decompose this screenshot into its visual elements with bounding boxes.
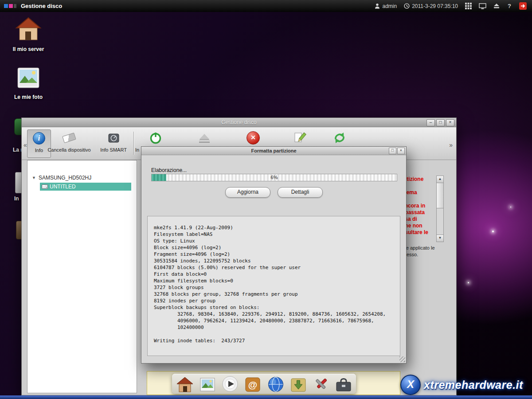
svg-text:@: @ [248,379,257,390]
progress-percentage: 6% [152,174,397,181]
dialog-titlebar[interactable]: Formatta partizione □ × [141,147,406,155]
edit-pencil-icon [293,131,306,145]
dialog-controls: □ × [389,148,405,154]
desktop-icon-my-server[interactable]: Il mio server [10,16,47,52]
eraser-icon [62,133,76,143]
aggiorna-button[interactable]: Aggiorna [225,187,270,198]
globe-icon [267,375,285,393]
dock: @ [176,372,353,393]
desktop-icon-label-fragment: In [14,196,19,202]
download-box-icon [290,376,307,393]
dock-mail-button[interactable]: @ [243,374,262,393]
dialog-maximize-button[interactable]: □ [389,148,396,154]
dock-tools-button[interactable] [312,374,330,393]
right-panel-scrollbar[interactable]: ▲ ▼ [436,176,444,242]
user-label: admin [382,3,397,9]
monitor-icon[interactable] [479,3,486,9]
scroll-down-icon[interactable]: ▼ [437,235,443,242]
topbar-right: admin 2011-3-29 07:35:10 ? [375,2,532,10]
desktop-icon-my-photos[interactable]: Le mie foto [10,65,47,100]
dock-photos-button[interactable] [198,374,217,393]
device-tree-panel: ▼ SAMSUNG_HD502HJ UNTITLED [27,160,137,393]
close-button[interactable]: × [446,119,454,126]
scroll-up-icon[interactable]: ▲ [437,176,443,183]
dialog-title: Formatta partizione [251,148,296,153]
dock-download-button[interactable] [289,374,308,393]
window-title: Gestione disco [221,119,256,125]
house-icon [15,16,42,43]
at-sign-icon: @ [244,376,261,393]
resize-grip[interactable] [399,356,405,362]
dettagli-button[interactable]: Dettagli [278,187,323,198]
sparkle [510,207,511,207]
tree-item-partition-selected[interactable]: UNTITLED [40,183,131,191]
photos-icon [15,65,42,91]
power-icon [149,131,162,145]
info-text-fragment: ere applicato le ccesso. [402,245,450,258]
toolbar-label: Info SMART [94,147,133,153]
format-partition-dialog: Formatta partizione □ × Elaborazione... … [141,146,407,364]
tree-partition-label: UNTITLED [50,184,76,190]
dock-browser-button[interactable] [266,374,285,393]
watermark-x-badge-icon: X [400,375,421,395]
clock-icon [404,3,410,9]
toolbar-erase-device-button[interactable]: Cancella dispositivo [45,129,94,157]
toolbar-separator [133,132,134,155]
brand-logo-icon [4,4,16,8]
tree-expander-icon[interactable]: ▼ [32,176,36,180]
eject-icon[interactable] [493,3,500,9]
desktop-icon-label: Il mio server [10,46,47,52]
window-controls: – □ × [426,119,454,126]
dialog-close-button[interactable]: × [397,148,405,154]
dock-home-button[interactable] [176,374,194,393]
dock-media-button[interactable] [221,374,239,393]
photos-icon [199,376,216,393]
house-icon [176,376,194,393]
datetime-label: 2011-3-29 07:35:10 [412,3,458,9]
scrollbar-thumb[interactable] [437,183,443,208]
tree-disk-label: SAMSUNG_HD502HJ [39,175,91,181]
window-titlebar[interactable]: Gestione disco – □ × [22,118,456,127]
user-menu[interactable]: admin [375,3,397,9]
crossed-tools-icon [313,376,329,393]
tree-item-disk[interactable]: ▼ SAMSUNG_HD502HJ [27,175,137,181]
play-icon [221,375,239,393]
toolbar-smart-info-button[interactable]: Info SMART [94,129,133,157]
toolbar-label: Cancella dispositivo [45,147,94,153]
watermark-text: xtremehardware.it [424,379,523,391]
topbar: Gestione disco admin 2011-3-29 07:35:10 [0,0,532,12]
user-icon [375,3,380,9]
minimize-button[interactable]: – [426,119,435,126]
apps-grid-icon[interactable] [465,3,472,9]
dock-toolbox-button[interactable] [334,374,353,393]
toolbox-icon [335,376,352,393]
logo-square-magenta [9,4,13,8]
bottom-taskbar [0,395,532,399]
logo-square-blue [4,4,8,8]
eject-icon [199,134,210,142]
info-icon: i [33,132,45,145]
partition-icon [42,184,48,189]
smart-gauge-icon [108,132,120,144]
console-output: mke2fs 1.41.9 (22-Aug-2009) Filesystem l… [148,216,400,344]
help-button[interactable]: ? [507,3,512,9]
clock: 2011-3-29 07:35:10 [404,3,458,9]
logout-icon[interactable] [519,2,527,10]
sparkle [492,231,494,232]
status-text: Elaborazione... [151,167,187,173]
desktop: Gestione disco admin 2011-3-29 07:35:10 [0,0,532,399]
progress-bar: 6% [151,174,397,181]
maximize-button[interactable]: □ [436,119,445,126]
console-output-panel: mke2fs 1.41.9 (22-Aug-2009) Filesystem l… [147,216,400,356]
logo-square-dark [14,4,16,8]
sparkle [468,282,469,283]
refresh-icon [333,132,346,144]
delete-x-icon: ✕ [246,131,260,145]
toolbar-scroll-left[interactable]: « [23,141,27,149]
site-watermark: X xtremehardware.it [400,375,523,395]
toolbar-scroll-right[interactable]: » [449,141,453,149]
topbar-title: Gestione disco [21,3,62,9]
desktop-icon-label: Le mie foto [10,94,47,100]
